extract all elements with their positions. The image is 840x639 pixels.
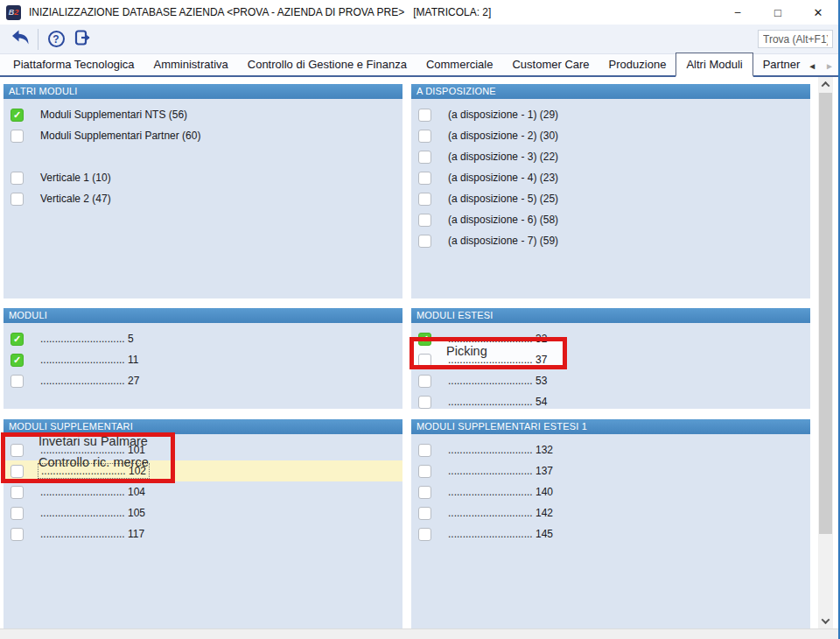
module-label[interactable]: ............................. 117 [40,528,144,540]
module-row: (a disposizione - 2) (30) [411,125,810,146]
tab-strip: Piattaforma TecnologicaAmministrativaCon… [4,53,809,75]
checkbox-unchecked[interactable] [418,486,431,499]
tab-scroll-nav: ◄ ► [808,54,834,77]
help-button[interactable]: ? [43,27,69,52]
module-label[interactable]: (a disposizione - 5) (25) [448,193,558,205]
scrollbar-thumb[interactable] [819,93,832,534]
module-label[interactable]: ............................. 54 [448,396,547,408]
tab-controllo-di-gestione-e-finanza[interactable]: Controllo di Gestione e Finanza [238,54,416,75]
help-icon: ? [48,31,65,47]
checkbox-unchecked[interactable] [10,375,24,388]
module-label[interactable]: ............................. 132 [448,444,553,456]
checkbox-unchecked[interactable] [418,354,431,367]
module-row: ............................. 102Control… [4,460,402,481]
scroll-up-button[interactable] [818,77,833,92]
checkbox-unchecked[interactable] [10,444,24,457]
module-label[interactable]: (a disposizione - 7) (59) [448,235,558,247]
module-row: ............................. 104 [4,481,402,502]
scroll-down-button[interactable] [818,614,833,628]
window-title: INIZIALIZZAZIONE DATABASE AZIENDA <PROVA… [29,6,491,18]
content-area: ALTRI MODULI ✓Moduli Supplementari NTS (… [0,77,838,628]
module-label[interactable]: (a disposizione - 2) (30) [448,130,558,142]
module-label[interactable]: ............................. 137 [448,465,553,477]
checkbox-unchecked[interactable] [418,151,431,164]
panel-header: MODULI SUPPLEMENTARI ESTESI 1 [411,419,810,434]
module-row: ............................. 53 [411,370,810,391]
panel-a-disposizione: A DISPOSIZIONE (a disposizione - 1) (29)… [411,84,810,298]
checkbox-unchecked[interactable] [10,486,24,499]
module-row: ............................. 105 [4,502,402,523]
module-row: ............................. 54 [411,391,810,412]
checkbox-unchecked[interactable] [10,193,24,206]
module-label[interactable]: ............................. 145 [448,528,553,540]
checkbox-unchecked[interactable] [10,172,24,185]
checkbox-checked[interactable]: ✓ [10,354,24,367]
annotation-text: Controllo ric. merce [38,455,149,469]
checkbox-unchecked[interactable] [10,507,24,520]
module-label[interactable]: ............................. 53 [448,375,547,387]
checkbox-unchecked[interactable] [418,172,431,185]
module-row: ✓............................. 5 [4,328,402,349]
module-label[interactable]: ............................. 5 [40,333,134,345]
back-button[interactable] [7,27,33,52]
module-row: ............................. 145 [411,523,810,544]
vertical-scrollbar[interactable] [818,77,833,628]
exit-icon [74,29,92,50]
checkbox-checked[interactable]: ✓ [10,109,24,122]
module-label[interactable]: (a disposizione - 1) (29) [448,109,558,121]
module-label[interactable]: ............................. 140 [448,486,553,498]
tab-amministrativa[interactable]: Amministrativa [144,54,238,75]
maximize-button[interactable]: □ [758,0,798,25]
checkbox-unchecked[interactable] [10,130,24,143]
module-label[interactable]: (a disposizione - 3) (22) [448,151,558,163]
module-row: ............................. 140 [411,481,810,502]
module-label[interactable]: Moduli Supplementari NTS (56) [40,109,187,121]
checkbox-checked[interactable]: ✓ [10,333,24,346]
checkbox-unchecked[interactable] [10,528,24,541]
tab-altri-moduli[interactable]: Altri Moduli [676,53,752,77]
close-button[interactable]: ✕ [798,0,838,25]
tab-piattaforma-tecnologica[interactable]: Piattaforma Tecnologica [4,54,144,75]
checkbox-unchecked[interactable] [418,193,431,206]
toolbar: ? [0,25,838,54]
panel-header: MODULI SUPPLEMENTARI [4,419,402,434]
module-label[interactable]: ............................. 104 [40,486,145,498]
find-input[interactable] [758,30,833,48]
module-label[interactable]: ............................. 105 [40,507,145,519]
checkbox-unchecked[interactable] [418,507,431,520]
checkbox-unchecked[interactable] [418,214,431,227]
tab-partner[interactable]: Partner [753,54,810,75]
tab-produzione[interactable]: Produzione [599,54,676,75]
panel-altri-moduli: ALTRI MODULI ✓Moduli Supplementari NTS (… [4,84,402,298]
checkbox-unchecked[interactable] [10,465,24,478]
checkbox-checked[interactable]: ✓ [418,333,431,346]
module-label[interactable]: (a disposizione - 4) (23) [448,172,558,184]
checkbox-unchecked[interactable] [418,109,431,122]
module-label[interactable]: (a disposizione - 6) (58) [448,214,558,226]
tab-commerciale[interactable]: Commerciale [416,54,503,75]
module-label[interactable]: Verticale 2 (47) [40,193,111,205]
minimize-button[interactable]: – [718,0,758,25]
module-row: Moduli Supplementari Partner (60) [4,125,402,146]
checkbox-unchecked[interactable] [418,444,431,457]
module-label[interactable]: Verticale 1 (10) [40,172,111,184]
module-label[interactable]: Moduli Supplementari Partner (60) [40,130,200,142]
module-label[interactable]: ............................. 142 [448,507,553,519]
module-label[interactable]: ............................. 32 [448,333,547,345]
tab-customer-care[interactable]: Customer Care [502,54,598,75]
checkbox-unchecked[interactable] [418,235,431,248]
module-label[interactable]: ............................. 11 [40,354,138,366]
module-row: (a disposizione - 1) (29) [411,104,810,125]
exit-button[interactable] [69,27,95,52]
checkbox-unchecked[interactable] [418,465,431,478]
checkbox-unchecked[interactable] [418,375,431,388]
row-spacer [4,146,402,167]
tab-scroll-right-icon[interactable]: ► [825,61,834,71]
panel-header: A DISPOSIZIONE [411,84,810,99]
module-label[interactable]: ............................. 27 [40,375,139,387]
tab-scroll-left-icon[interactable]: ◄ [808,61,816,71]
checkbox-unchecked[interactable] [418,396,431,409]
module-row: Verticale 1 (10) [4,167,402,188]
checkbox-unchecked[interactable] [418,130,431,143]
checkbox-unchecked[interactable] [418,528,431,541]
